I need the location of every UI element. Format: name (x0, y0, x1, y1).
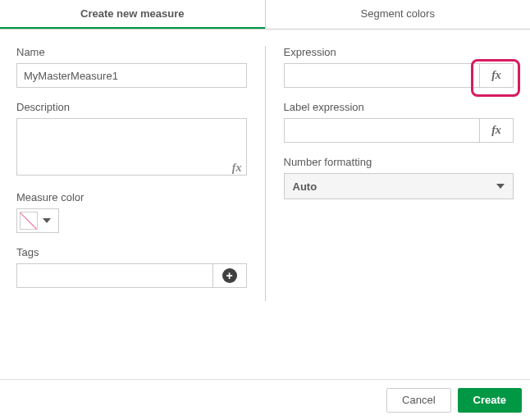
content: Name Description fx Measure color Tags + (0, 30, 530, 309)
fx-icon: fx (491, 124, 501, 137)
right-column: Expression fx Label expression fx Number… (284, 46, 514, 301)
chevron-down-icon (43, 218, 51, 223)
expression-input[interactable] (284, 63, 480, 88)
tabs: Create new measure Segment colors (0, 0, 530, 30)
description-group: Description fx (16, 101, 247, 178)
description-input[interactable] (16, 118, 247, 176)
left-column: Name Description fx Measure color Tags + (16, 46, 247, 301)
measure-color-group: Measure color (16, 191, 247, 233)
add-tag-button[interactable]: + (212, 263, 247, 288)
cancel-button[interactable]: Cancel (386, 388, 450, 413)
tags-group: Tags + (16, 246, 247, 288)
description-label: Description (16, 101, 247, 113)
label-expression-group: Label expression fx (284, 101, 514, 143)
plus-circle-icon: + (222, 268, 237, 283)
expression-fx-button[interactable]: fx (479, 63, 514, 88)
number-formatting-select[interactable]: Auto (284, 173, 514, 199)
tab-segment-colors[interactable]: Segment colors (266, 0, 531, 29)
expression-label: Expression (284, 46, 514, 58)
expression-group: Expression fx (284, 46, 514, 88)
name-group: Name (16, 46, 247, 88)
label-expression-fx-button[interactable]: fx (479, 118, 514, 143)
label-expression-input[interactable] (284, 118, 480, 143)
tags-input[interactable] (16, 263, 212, 288)
create-button[interactable]: Create (458, 388, 522, 413)
fx-icon: fx (491, 69, 501, 82)
footer: Cancel Create (0, 379, 530, 420)
measure-color-label: Measure color (16, 191, 247, 203)
tags-label: Tags (16, 246, 247, 258)
column-separator (265, 46, 266, 301)
number-formatting-group: Number formatting Auto (284, 156, 514, 199)
no-color-swatch-icon (20, 212, 38, 230)
tab-create-new-measure[interactable]: Create new measure (0, 0, 265, 29)
number-formatting-label: Number formatting (284, 156, 514, 168)
name-input[interactable] (16, 63, 247, 88)
name-label: Name (16, 46, 247, 58)
number-formatting-value: Auto (293, 180, 318, 193)
label-expression-label: Label expression (284, 101, 514, 113)
chevron-down-icon (496, 184, 505, 189)
measure-color-picker[interactable] (16, 208, 59, 233)
